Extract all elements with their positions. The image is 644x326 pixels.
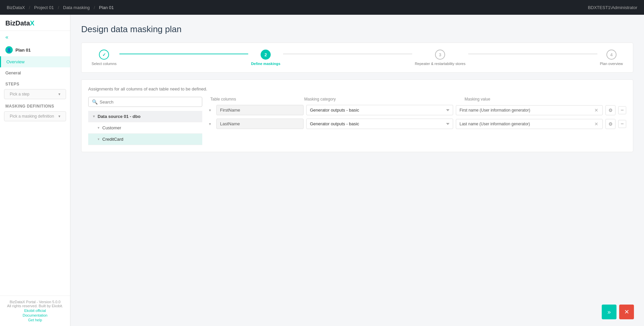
stepper: ✓ Select columns 2 Define maskings 3 Rep… [81, 43, 633, 73]
step-2-circle: 2 [261, 50, 271, 60]
step-connector-3-4 [468, 54, 597, 54]
header-masking-category: Masking category [304, 97, 465, 102]
masking-row-0: ▾ FirstName Generator outputs - basic Fi… [209, 105, 626, 115]
pick-masking-label: Pick a masking definition [10, 114, 54, 119]
step-3: 3 Repeater & restartability stores [415, 50, 466, 66]
user-info: BDXTEST1\Administrator [588, 5, 637, 10]
remove-row-button-1[interactable]: − [618, 120, 626, 128]
pick-step-dropdown[interactable]: Pick a step ▾ [4, 89, 66, 99]
breadcrumb-project: Project 01 [34, 5, 54, 10]
step-2-label: Define maskings [251, 62, 280, 66]
tree-item-creditcard[interactable]: ▾ CreditCard [88, 134, 202, 145]
breadcrumb-plan: Plan 01 [99, 5, 114, 10]
search-input[interactable] [100, 100, 199, 105]
masking-category-select-0[interactable]: Generator outputs - basic [306, 105, 453, 115]
tree-label-customer: Customer [102, 125, 121, 130]
clear-value-button-1[interactable]: ✕ [594, 121, 599, 127]
breadcrumb-masking: Data masking [63, 5, 90, 10]
masking-value-box-1: Last name (User information generator) ✕ [456, 119, 603, 129]
forward-button[interactable]: » [602, 305, 616, 319]
step-connector-2-3 [283, 54, 412, 54]
step-1-label: Select columns [92, 62, 117, 66]
sidebar: BizDataX « 👤 Plan 01 Overview General St… [0, 15, 70, 326]
sidebar-footer: BizDataX Portal - Version 5.0.0 All righ… [0, 296, 70, 326]
masking-value-box-0: First name (User information generator) … [456, 105, 603, 115]
step-3-circle: 3 [435, 50, 445, 60]
sidebar-item-overview[interactable]: Overview [0, 56, 70, 67]
remove-row-button-0[interactable]: − [618, 106, 626, 114]
step-connector-1-2 [119, 54, 249, 54]
gear-button-0[interactable]: ⚙ [605, 105, 615, 115]
step-2: 2 Define maskings [251, 50, 280, 66]
gear-button-1[interactable]: ⚙ [605, 119, 615, 129]
plan-label: Plan 01 [15, 48, 31, 53]
breadcrumb: BizDataX / Project 01 / Data masking / P… [7, 5, 114, 10]
pick-step-chevron: ▾ [58, 92, 60, 96]
logo: BizDataX [0, 15, 70, 31]
row-chevron-1: ▾ [209, 122, 214, 126]
step-1: ✓ Select columns [92, 50, 117, 66]
tree-item-customer[interactable]: ▾ Customer [88, 122, 202, 134]
rights-text: All rights reserved. Built by Ekobit. [7, 304, 63, 308]
column-name-1: LastName [216, 119, 304, 129]
left-panel: 🔍 ▾ Data source 01 - dbo ▾ Customer ▾ Cr… [88, 97, 202, 145]
right-panel: Table columns Masking category Masking v… [202, 97, 626, 145]
tree-chevron-customer: ▾ [98, 126, 100, 130]
pick-masking-dropdown[interactable]: Pick a masking definition ▾ [4, 111, 66, 121]
sidebar-plan: 👤 Plan 01 [0, 44, 70, 56]
get-help-link[interactable]: Get help [5, 318, 65, 322]
search-box[interactable]: 🔍 [88, 97, 202, 107]
tree-chevron-datasource: ▾ [93, 114, 95, 119]
search-icon: 🔍 [92, 99, 98, 105]
tree-item-datasource[interactable]: ▾ Data source 01 - dbo [88, 111, 202, 122]
header-table-columns: Table columns [210, 97, 304, 102]
page-title: Design data masking plan [81, 24, 633, 35]
step-3-label: Repeater & restartability stores [415, 62, 466, 66]
step-1-circle: ✓ [99, 50, 109, 60]
tree-label-datasource: Data source 01 - dbo [98, 114, 141, 119]
masking-category-select-1[interactable]: Generator outputs - basic [306, 119, 453, 129]
pick-masking-chevron: ▾ [58, 114, 60, 119]
documentation-link[interactable]: Documentation [5, 313, 65, 317]
masking-value-text-1: Last name (User information generator) [460, 122, 592, 126]
masking-definitions-label: Masking definitions [0, 101, 70, 110]
main-content: Design data masking plan ✓ Select column… [70, 15, 644, 326]
close-button[interactable]: ✕ [619, 305, 634, 319]
main-card: Assignments for all columns of each tabl… [81, 79, 633, 152]
columns-header: Table columns Masking category Masking v… [209, 97, 626, 102]
assignments-notice: Assignments for all columns of each tabl… [88, 86, 626, 91]
row-chevron-0: ▾ [209, 108, 214, 113]
topbar: BizDataX / Project 01 / Data masking / P… [0, 0, 644, 15]
step-4-circle: 4 [606, 50, 616, 60]
breadcrumb-bizdatax: BizDataX [7, 5, 25, 10]
header-masking-value: Masking value [465, 97, 625, 102]
pick-step-label: Pick a step [10, 92, 30, 96]
sidebar-back-button[interactable]: « [0, 31, 70, 44]
bottom-actions: » ✕ [602, 305, 634, 319]
masking-layout: 🔍 ▾ Data source 01 - dbo ▾ Customer ▾ Cr… [88, 97, 626, 145]
tree-label-creditcard: CreditCard [102, 137, 123, 142]
steps-section-label: Steps [0, 78, 70, 88]
column-name-0: FirstName [216, 105, 304, 115]
tree-chevron-creditcard: ▾ [98, 137, 100, 141]
masking-row-1: ▾ LastName Generator outputs - basic Las… [209, 119, 626, 129]
ekobit-link[interactable]: Ekobit official [5, 309, 65, 313]
version-text: BizDataX Portal - Version 5.0.0 [10, 300, 61, 304]
plan-icon: 👤 [5, 46, 13, 54]
sidebar-item-general[interactable]: General [0, 67, 70, 78]
clear-value-button-0[interactable]: ✕ [594, 108, 599, 113]
step-4: 4 Plan overview [600, 50, 623, 66]
step-4-label: Plan overview [600, 62, 623, 66]
masking-value-text-0: First name (User information generator) [460, 108, 592, 113]
